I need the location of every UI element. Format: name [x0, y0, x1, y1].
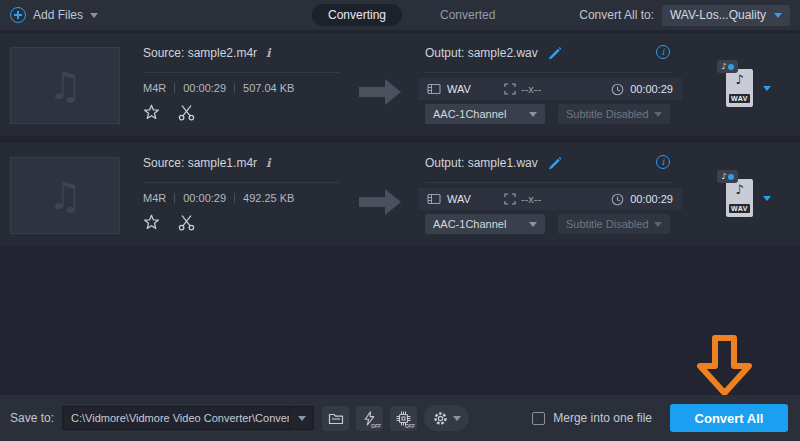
- format-caret-icon[interactable]: [763, 196, 771, 201]
- chevron-down-icon: [654, 222, 662, 227]
- wav-file-icon: ♪ WAV: [726, 179, 753, 217]
- output-profile-select[interactable]: WAV-Los...Quality: [662, 5, 790, 26]
- chevron-down-icon: [529, 222, 537, 227]
- film-icon: [427, 83, 441, 95]
- clock-icon: [611, 193, 624, 206]
- rename-pencil-icon[interactable]: [547, 156, 561, 170]
- edit-effects-icon[interactable]: [143, 104, 160, 121]
- output-format-chooser[interactable]: ♪ ♪ WAV: [717, 60, 777, 116]
- format-mini-badge: ♪: [717, 170, 738, 183]
- output-format: WAV: [447, 83, 471, 95]
- chevron-down-icon: [654, 112, 662, 117]
- wav-file-icon: ♪ WAV: [726, 69, 753, 107]
- save-path-input[interactable]: C:\Vidmore\Vidmore Video Converter\Conve…: [62, 406, 314, 430]
- output-resolution: --x--: [521, 193, 541, 205]
- cpu-chip-button[interactable]: OFF: [390, 406, 417, 431]
- film-icon: [427, 193, 441, 205]
- top-toolbar: Add Files Converting Converted Convert A…: [0, 0, 800, 30]
- source-size: 492.25 KB: [243, 192, 294, 204]
- source-filename: Source: sample2.m4r: [143, 46, 257, 60]
- subtitle-select[interactable]: Subtitle Disabled: [558, 214, 670, 234]
- subtitle-value: Subtitle Disabled: [566, 218, 649, 230]
- divider: [143, 182, 340, 183]
- format-caret-icon[interactable]: [763, 86, 771, 91]
- audio-channel-value: AAC-1Channel: [433, 108, 506, 120]
- audio-channel-select[interactable]: AAC-1Channel: [425, 214, 545, 234]
- convert-all-button[interactable]: Convert All: [670, 404, 788, 432]
- source-duration: 00:00:29: [183, 82, 226, 94]
- output-info-icon[interactable]: i: [656, 45, 670, 59]
- subtitle-value: Subtitle Disabled: [566, 108, 649, 120]
- output-filename: Output: sample2.wav: [425, 46, 538, 60]
- output-duration: 00:00:29: [630, 83, 673, 95]
- chevron-down-icon: [529, 112, 537, 117]
- output-duration: 00:00:29: [630, 193, 673, 205]
- bottom-toolbar: Save to: C:\Vidmore\Vidmore Video Conver…: [0, 395, 800, 441]
- source-format: M4R: [143, 82, 166, 94]
- tab-converting[interactable]: Converting: [312, 4, 402, 26]
- output-profile-value: WAV-Los...Quality: [670, 8, 766, 22]
- resolution-icon: [504, 193, 516, 205]
- convert-direction-arrow-icon: [357, 77, 403, 107]
- add-files-label: Add Files: [33, 8, 83, 22]
- hardware-accel-off-label: OFF: [371, 423, 381, 429]
- file-thumbnail: ♫: [10, 47, 120, 124]
- open-folder-button[interactable]: [322, 406, 349, 431]
- hardware-acceleration-button[interactable]: OFF: [356, 406, 383, 431]
- file-type-badge: WAV: [729, 204, 750, 213]
- output-info-icon[interactable]: i: [656, 155, 670, 169]
- convert-all-to-label: Convert All to:: [579, 8, 654, 22]
- add-files-button[interactable]: Add Files: [10, 7, 98, 23]
- audio-channel-value: AAC-1Channel: [433, 218, 506, 230]
- format-mini-badge: ♪: [717, 60, 738, 73]
- chevron-down-icon: [774, 13, 782, 18]
- source-info-icon[interactable]: i: [266, 156, 271, 170]
- save-path-value: C:\Vidmore\Vidmore Video Converter\Conve…: [63, 412, 289, 424]
- convert-direction-arrow-icon: [357, 187, 403, 217]
- music-note-icon: ♫: [48, 67, 82, 105]
- source-format: M4R: [143, 192, 166, 204]
- file-row: ♫ Source: sample1.m4r i M4R 00:00:29 492…: [0, 143, 800, 246]
- resolution-icon: [504, 83, 516, 95]
- output-format: WAV: [447, 193, 471, 205]
- clock-icon: [611, 83, 624, 96]
- rename-pencil-icon[interactable]: [547, 46, 561, 60]
- source-meta: M4R 00:00:29 492.25 KB: [143, 192, 294, 204]
- file-row: ♫ Source: sample2.m4r i M4R 00:00:29 507…: [0, 33, 800, 136]
- output-meta-band: WAV --x-- 00:00:29: [418, 78, 682, 100]
- subtitle-select[interactable]: Subtitle Disabled: [558, 104, 670, 124]
- convert-all-to-group: Convert All to: WAV-Los...Quality: [579, 0, 790, 30]
- gear-icon: [433, 411, 448, 426]
- file-type-badge: WAV: [729, 94, 750, 103]
- output-filename: Output: sample1.wav: [425, 156, 538, 170]
- settings-button[interactable]: [424, 405, 469, 431]
- cpu-off-label: OFF: [405, 423, 415, 429]
- add-plus-icon: [10, 7, 26, 23]
- save-to-label: Save to:: [10, 411, 54, 425]
- divider: [425, 182, 672, 183]
- chevron-down-icon: [453, 416, 461, 421]
- music-note-icon: ♫: [48, 177, 82, 215]
- save-path-dropdown[interactable]: [289, 407, 313, 429]
- add-files-caret-icon[interactable]: [90, 13, 98, 18]
- source-filename: Source: sample1.m4r: [143, 156, 257, 170]
- source-info-icon[interactable]: i: [266, 46, 271, 60]
- view-tabs: Converting Converted: [312, 0, 511, 30]
- output-meta-band: WAV --x-- 00:00:29: [418, 188, 682, 210]
- app-window: Add Files Converting Converted Convert A…: [0, 0, 800, 441]
- output-format-chooser[interactable]: ♪ ♪ WAV: [717, 170, 777, 226]
- cut-scissors-icon[interactable]: [178, 214, 195, 231]
- edit-effects-icon[interactable]: [143, 214, 160, 231]
- divider: [143, 72, 340, 73]
- divider: [425, 72, 672, 73]
- merge-checkbox[interactable]: [532, 412, 545, 425]
- cut-scissors-icon[interactable]: [178, 104, 195, 121]
- merge-label: Merge into one file: [553, 411, 652, 425]
- source-size: 507.04 KB: [243, 82, 294, 94]
- tutorial-down-arrow-icon: [694, 334, 756, 398]
- audio-channel-select[interactable]: AAC-1Channel: [425, 104, 545, 124]
- source-duration: 00:00:29: [183, 192, 226, 204]
- output-resolution: --x--: [521, 83, 541, 95]
- tab-converted[interactable]: Converted: [424, 4, 511, 26]
- source-meta: M4R 00:00:29 507.04 KB: [143, 82, 294, 94]
